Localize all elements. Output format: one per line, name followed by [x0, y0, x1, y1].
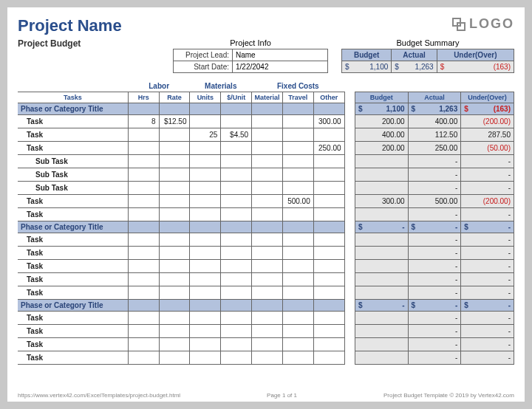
cell: 400.00 [408, 115, 461, 128]
group-materials: Materials [190, 80, 252, 92]
cell: $1,263 [408, 103, 461, 115]
cell: 112.50 [408, 128, 461, 142]
cell [282, 338, 313, 351]
cell: (200.00) [461, 115, 514, 128]
project-info-box: Project Lead: Name Start Date: 1/22/2042 [173, 49, 328, 73]
cell [221, 312, 252, 325]
cell [190, 351, 221, 365]
cell: 300.00 [355, 195, 408, 208]
cell: $(163) [461, 103, 514, 115]
table-row: Task 250.00 200.00 250.00 (50.00) [18, 142, 514, 155]
cell [190, 312, 221, 325]
cell: - [408, 273, 461, 286]
table-row: Task - - [18, 233, 514, 247]
page-title: Project Name [18, 16, 122, 35]
col-travel: Travel [282, 92, 313, 103]
cell [159, 312, 190, 325]
cell: $12.50 [159, 115, 190, 128]
cell [128, 351, 159, 365]
table-row: Task - - [18, 273, 514, 286]
cell [282, 351, 313, 365]
table-row: Sub Task - - [18, 182, 514, 195]
cell [128, 286, 159, 300]
logo-text: LOGO [469, 16, 514, 32]
cell [128, 168, 159, 182]
cell [190, 182, 221, 195]
phase-row: Phase or Category Title $1,100 $1,263 $(… [18, 103, 514, 115]
cell [221, 338, 252, 351]
cell [221, 208, 252, 221]
cell [128, 325, 159, 338]
cell [252, 338, 283, 351]
cell: - [461, 233, 514, 247]
cell [313, 155, 344, 168]
cell: - [408, 351, 461, 365]
footer-center: Page 1 of 1 [267, 392, 297, 399]
cell [313, 182, 344, 195]
cell: - [408, 338, 461, 351]
cell [355, 182, 408, 195]
cell [159, 208, 190, 221]
cell: - [408, 233, 461, 247]
cell [221, 142, 252, 155]
cell [190, 195, 221, 208]
summary-actual: $1,263 [392, 61, 437, 73]
cell: $- [461, 221, 514, 233]
table-row: Task 25$4.50 400.00 112.50 287.50 [18, 128, 514, 142]
cell [313, 247, 344, 260]
cell [252, 260, 283, 273]
cell [252, 128, 283, 142]
date-label: Start Date: [174, 61, 233, 72]
cell [221, 195, 252, 208]
cell [313, 273, 344, 286]
cell: $- [408, 300, 461, 312]
page: Project Name LOGO Project Budget Project… [7, 7, 525, 402]
cell [190, 273, 221, 286]
cell: - [461, 273, 514, 286]
cell: - [408, 247, 461, 260]
summary-budget: $1,100 [342, 61, 392, 73]
summary-col-under: Under(Over) [437, 49, 514, 61]
cell: - [408, 312, 461, 325]
cell [252, 247, 283, 260]
cell [128, 182, 159, 195]
col-unit-price: $/Unit [221, 92, 252, 103]
table-row: Task 500.00 300.00 500.00 (200.00) [18, 195, 514, 208]
logo-icon [451, 17, 466, 32]
cell [313, 338, 344, 351]
cell: 250.00 [408, 142, 461, 155]
phase-row: Phase or Category Title $- $- $- [18, 300, 514, 312]
cell [355, 233, 408, 247]
cell: 250.00 [313, 142, 344, 155]
cell [313, 260, 344, 273]
cell [190, 247, 221, 260]
cell [355, 351, 408, 365]
cell [128, 338, 159, 351]
cell: - [461, 325, 514, 338]
cell [252, 273, 283, 286]
cell [190, 325, 221, 338]
cell [159, 168, 190, 182]
cell [190, 286, 221, 300]
cell: (50.00) [461, 142, 514, 155]
main-table: Labor Materials Fixed Costs Tasks Hrs Ra… [18, 80, 514, 365]
cell [159, 351, 190, 365]
cell: - [461, 208, 514, 221]
cell [159, 260, 190, 273]
cell [221, 155, 252, 168]
group-labor: Labor [128, 80, 190, 92]
cell [221, 260, 252, 273]
cell [282, 312, 313, 325]
footer-left: https://www.vertex42.com/ExcelTemplates/… [18, 392, 180, 399]
cell [282, 247, 313, 260]
summary-col-actual: Actual [392, 49, 437, 61]
cell [282, 115, 313, 128]
cell [252, 325, 283, 338]
table-row: Task - - [18, 247, 514, 260]
cell [313, 325, 344, 338]
cell: $4.50 [221, 128, 252, 142]
table-row: Task - - [18, 260, 514, 273]
cell [128, 233, 159, 247]
project-info-heading: Project Info [173, 38, 328, 47]
table-row: Task - - [18, 338, 514, 351]
